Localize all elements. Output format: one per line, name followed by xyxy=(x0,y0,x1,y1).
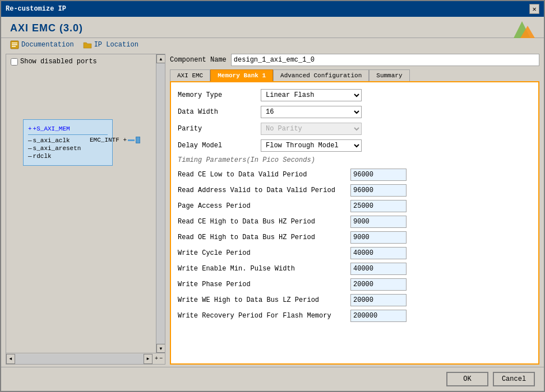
app-title: AXI EMC (3.0) xyxy=(10,22,83,34)
timing-row-5: Write Cycle Period xyxy=(178,247,532,259)
tab-axi-emc[interactable]: AXI EMC xyxy=(170,69,210,81)
timing-input-0[interactable] xyxy=(350,169,407,181)
timing-input-4[interactable] xyxy=(350,231,407,244)
timing-row-6: Write Enable Min. Pulse Width xyxy=(178,263,532,275)
timing-label-8: Write WE High to Data Bus LZ Period xyxy=(178,296,346,304)
memory-type-select[interactable]: Linear Flash xyxy=(261,89,362,101)
scroll-track-v xyxy=(156,63,165,344)
data-width-row: Data Width 16 xyxy=(178,106,532,118)
tab-advanced-configuration[interactable]: Advanced Configuration xyxy=(273,69,369,81)
timing-input-5[interactable] xyxy=(350,247,407,259)
timing-row-2: Page Access Period xyxy=(178,200,532,212)
memory-type-label: Memory Type xyxy=(178,91,256,99)
scroll-track-h xyxy=(15,354,144,364)
memory-type-row: Memory Type Linear Flash xyxy=(178,89,532,101)
timing-label-7: Write Phase Period xyxy=(178,281,346,288)
scroll-down-arrow[interactable]: ▼ xyxy=(156,344,165,353)
delay-model-select[interactable]: Flow Through Model xyxy=(261,139,362,152)
data-width-label: Data Width xyxy=(178,108,256,116)
parity-label: Parity xyxy=(178,125,256,133)
cancel-button[interactable]: Cancel xyxy=(493,372,535,386)
timing-row-8: Write WE High to Data Bus LZ Period xyxy=(178,294,532,306)
main-area: ▲ ▼ Show disabled ports ++S_AXI_MEM —s_a… xyxy=(1,52,544,367)
delay-model-row: Delay Model Flow Through Model xyxy=(178,139,532,152)
timing-row-1: Read Address Valid to Data Valid Period xyxy=(178,184,532,197)
pin-saxi-mem: ++S_AXI_MEM xyxy=(28,125,108,132)
timing-row-0: Read CE Low to Data Valid Period xyxy=(178,169,532,181)
pin-aresetn: —s_axi_aresetn xyxy=(28,145,108,152)
timing-label-2: Page Access Period xyxy=(178,202,346,210)
timing-header: Timing Parameters(In Pico Seconds) xyxy=(178,156,532,164)
timing-input-1[interactable] xyxy=(350,184,407,197)
documentation-link[interactable]: Documentation xyxy=(10,40,74,49)
title-bar: Re-customize IP ✕ xyxy=(1,1,544,17)
toolbar: Documentation IP Location xyxy=(1,38,544,52)
timing-input-6[interactable] xyxy=(350,263,407,275)
scroll-left-arrow[interactable]: ◄ xyxy=(6,354,15,364)
pin-rdclk: —rdclk xyxy=(28,153,108,160)
scroll-controls: + − xyxy=(153,356,165,362)
ip-location-label: IP Location xyxy=(94,41,138,49)
timing-label-1: Read Address Valid to Data Valid Period xyxy=(178,186,346,194)
app-header: AXI EMC (3.0) xyxy=(1,17,544,38)
svg-rect-3 xyxy=(12,43,17,44)
tabs-container: AXI EMC Memory Bank 1 Advanced Configura… xyxy=(170,69,539,81)
timing-input-9[interactable] xyxy=(350,310,407,322)
app-logo xyxy=(508,16,536,44)
timing-row-3: Read CE High to Data Bus HZ Period xyxy=(178,216,532,228)
scroll-right-arrow[interactable]: ► xyxy=(144,354,153,364)
timing-row-7: Write Phase Period xyxy=(178,278,532,291)
timing-label-6: Write Enable Min. Pulse Width xyxy=(178,265,346,273)
show-disabled-label: Show disabled ports xyxy=(20,58,97,66)
svg-rect-4 xyxy=(12,44,17,45)
data-width-select[interactable]: 16 xyxy=(261,106,362,118)
timing-label-4: Read OE High to Data Bus HZ Period xyxy=(178,234,346,241)
parity-select[interactable]: No Parity xyxy=(261,123,362,135)
emc-intf-label: EMC_INTF + xyxy=(90,137,140,143)
timing-label-9: Write Recovery Period For Flash Memory xyxy=(178,312,346,320)
timing-input-3[interactable] xyxy=(350,216,407,228)
folder-icon xyxy=(83,40,92,49)
zoom-in-icon[interactable]: + xyxy=(155,356,158,362)
svg-rect-5 xyxy=(12,46,16,47)
bottom-bar: OK Cancel xyxy=(1,367,544,391)
timing-label-3: Read CE High to Data Bus HZ Period xyxy=(178,218,346,226)
ip-location-link[interactable]: IP Location xyxy=(83,40,138,49)
parity-row: Parity No Parity xyxy=(178,123,532,135)
horizontal-scrollbar[interactable]: ◄ ► + − xyxy=(6,353,165,364)
zoom-out-icon[interactable]: − xyxy=(159,356,163,362)
timing-input-2[interactable] xyxy=(350,200,407,212)
component-name-row: Component Name xyxy=(170,54,539,66)
left-panel: ▲ ▼ Show disabled ports ++S_AXI_MEM —s_a… xyxy=(6,54,165,365)
component-box: ++S_AXI_MEM —s_axi_aclk —s_axi_aresetn —… xyxy=(23,119,113,166)
vertical-scrollbar[interactable]: ▲ ▼ xyxy=(156,54,165,353)
right-panel: Component Name AXI EMC Memory Bank 1 Adv… xyxy=(170,54,539,365)
timing-input-8[interactable] xyxy=(350,294,407,306)
scroll-up-arrow[interactable]: ▲ xyxy=(156,54,165,63)
tab-summary[interactable]: Summary xyxy=(369,69,409,81)
timing-label-0: Read CE Low to Data Valid Period xyxy=(178,171,346,179)
show-disabled-row: Show disabled ports xyxy=(6,54,165,69)
timing-row-4: Read OE High to Data Bus HZ Period xyxy=(178,231,532,244)
close-button[interactable]: ✕ xyxy=(529,4,539,14)
component-name-label: Component Name xyxy=(170,56,227,64)
timing-rows-container: Read CE Low to Data Valid Period Read Ad… xyxy=(178,169,532,322)
timing-row-9: Write Recovery Period For Flash Memory xyxy=(178,310,532,322)
component-name-input[interactable] xyxy=(231,54,539,66)
documentation-icon xyxy=(10,40,19,49)
ok-button[interactable]: OK xyxy=(446,372,488,386)
show-disabled-checkbox[interactable] xyxy=(11,58,18,66)
delay-model-label: Delay Model xyxy=(178,142,256,150)
timing-input-7[interactable] xyxy=(350,278,407,291)
timing-label-5: Write Cycle Period xyxy=(178,249,346,257)
content-area: Memory Type Linear Flash Data Width 16 P… xyxy=(170,81,539,365)
tab-memory-bank-1[interactable]: Memory Bank 1 xyxy=(210,69,273,81)
window-title: Re-customize IP xyxy=(6,5,66,13)
main-window: Re-customize IP ✕ AXI EMC (3.0) Document… xyxy=(0,0,545,392)
documentation-label: Documentation xyxy=(21,41,74,49)
